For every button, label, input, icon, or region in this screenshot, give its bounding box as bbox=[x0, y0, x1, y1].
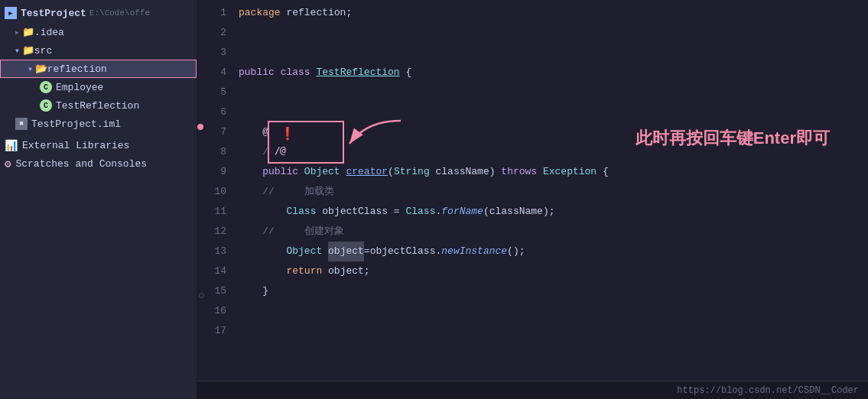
code-line-10: // 加载类 bbox=[232, 182, 868, 202]
code-line-17 bbox=[232, 321, 868, 341]
iml-icon: ■ bbox=[15, 118, 28, 130]
folder-open-icon: 📂 bbox=[35, 63, 47, 75]
code-line-2 bbox=[232, 23, 868, 43]
sidebar-item-testreflection[interactable]: C TestReflection bbox=[0, 96, 197, 115]
code-line-14: return object; bbox=[232, 261, 868, 281]
bottom-bar: https://blog.csdn.net/CSDN__Coder bbox=[197, 381, 868, 399]
code-line-11: Class objectClass = Class.forName(classN… bbox=[232, 202, 868, 222]
sidebar-item-scratches[interactable]: ⚙ Scratches and Consoles bbox=[0, 154, 197, 173]
folder-icon: 📁 bbox=[22, 44, 34, 57]
project-path: E:\Code\offe bbox=[89, 8, 150, 18]
code-editor[interactable]: 1 2 3 4 5 6 7 8 9 10 11 12 13 14 15⬡ 16 … bbox=[197, 0, 868, 381]
code-line-13: Object object=objectClass.newInstance(); bbox=[232, 242, 868, 261]
code-line-6 bbox=[232, 102, 868, 122]
chevron-down-icon: ▼ bbox=[28, 66, 32, 73]
chinese-annotation-text: 此时再按回车键Enter即可 bbox=[636, 128, 830, 148]
project-sidebar: ▶ TestProject E:\Code\offe ▶ 📁 .idea ▼ 📁… bbox=[0, 0, 197, 399]
sidebar-project-root[interactable]: ▶ TestProject E:\Code\offe bbox=[0, 3, 197, 23]
code-line-5 bbox=[232, 83, 868, 102]
code-line-4: public class TestReflection { bbox=[232, 63, 868, 83]
arrow-svg bbox=[343, 113, 405, 174]
scratches-icon: ⚙ bbox=[5, 157, 11, 170]
chevron-down-icon: ▼ bbox=[15, 47, 19, 54]
sidebar-item-reflection[interactable]: ▼ 📂 reflection bbox=[0, 60, 197, 78]
project-title: TestProject bbox=[21, 8, 86, 19]
sidebar-item-label: Employee bbox=[56, 82, 103, 93]
project-icon: ▶ bbox=[5, 7, 17, 19]
code-content[interactable]: package reflection; public class TestRef… bbox=[232, 0, 868, 381]
chevron-right-icon: ▶ bbox=[15, 29, 19, 36]
folder-icon: 📁 bbox=[22, 26, 34, 38]
sidebar-item-label: .idea bbox=[34, 27, 64, 38]
code-line-15: } bbox=[232, 281, 868, 301]
sidebar-item-label: reflection bbox=[47, 63, 107, 75]
line-numbers: 1 2 3 4 5 6 7 8 9 10 11 12 13 14 15⬡ 16 … bbox=[197, 0, 232, 381]
code-line-16 bbox=[232, 301, 868, 321]
sidebar-item-label: src bbox=[34, 45, 52, 57]
code-line-9: public Object creator(String className) … bbox=[232, 162, 868, 182]
external-libs-icon: 📊 bbox=[5, 139, 18, 152]
blog-url: https://blog.csdn.net/CSDN__Coder bbox=[677, 385, 859, 396]
sidebar-item-iml[interactable]: ■ TestProject.iml bbox=[0, 115, 197, 133]
sidebar-item-idea[interactable]: ▶ 📁 .idea bbox=[0, 23, 197, 41]
annotation-at-symbol: @ bbox=[280, 141, 286, 161]
sidebar-item-label: TestProject.iml bbox=[31, 118, 121, 130]
code-line-3 bbox=[232, 43, 868, 63]
sidebar-item-label: External Libraries bbox=[22, 140, 129, 151]
code-line-12: // 创建对象 bbox=[232, 222, 868, 242]
sidebar-item-label: TestReflection bbox=[56, 100, 139, 112]
sidebar-item-src[interactable]: ▼ 📁 src bbox=[0, 41, 197, 60]
code-line-1: package reflection; bbox=[232, 3, 868, 23]
sidebar-item-employee[interactable]: C Employee bbox=[0, 78, 197, 96]
class-c-icon: C bbox=[40, 99, 52, 112]
sidebar-item-external-libs[interactable]: 📊 External Libraries bbox=[0, 136, 197, 154]
code-editor-area: 1 2 3 4 5 6 7 8 9 10 11 12 13 14 15⬡ 16 … bbox=[197, 0, 868, 399]
sidebar-item-label: Scratches and Consoles bbox=[15, 158, 147, 170]
class-c-icon: C bbox=[40, 81, 52, 93]
